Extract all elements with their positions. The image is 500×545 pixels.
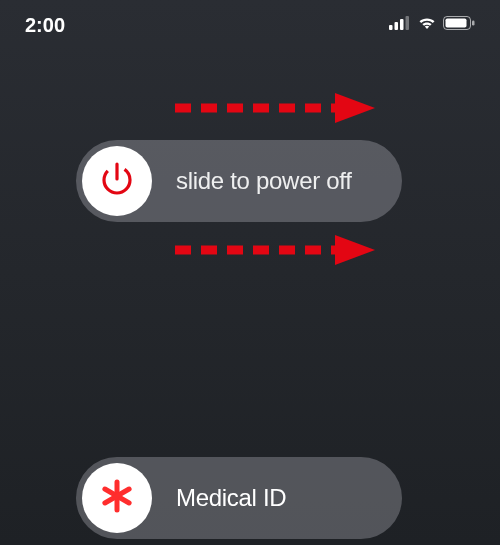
battery-icon xyxy=(443,16,475,34)
asterisk-icon xyxy=(97,476,137,520)
power-off-slider[interactable]: slide to power off xyxy=(76,140,402,222)
medical-knob[interactable] xyxy=(82,463,152,533)
status-icons xyxy=(389,16,475,34)
svg-rect-2 xyxy=(400,19,404,30)
power-knob[interactable] xyxy=(82,146,152,216)
svg-rect-1 xyxy=(395,22,399,30)
annotation-arrow-bottom xyxy=(175,235,375,265)
power-icon xyxy=(98,160,136,202)
svg-rect-0 xyxy=(389,25,393,30)
wifi-icon xyxy=(417,16,437,34)
svg-marker-12 xyxy=(335,235,375,265)
annotation-arrow-top xyxy=(175,93,375,123)
svg-rect-5 xyxy=(446,19,467,28)
signal-icon xyxy=(389,16,411,34)
svg-marker-8 xyxy=(335,93,375,123)
status-bar: 2:00 xyxy=(0,0,500,50)
time-label: 2:00 xyxy=(25,14,65,37)
svg-rect-6 xyxy=(472,21,475,26)
medical-id-slider[interactable]: Medical ID xyxy=(76,457,402,539)
svg-rect-3 xyxy=(406,16,410,30)
medical-slider-label: Medical ID xyxy=(176,484,286,512)
power-slider-label: slide to power off xyxy=(176,167,352,195)
